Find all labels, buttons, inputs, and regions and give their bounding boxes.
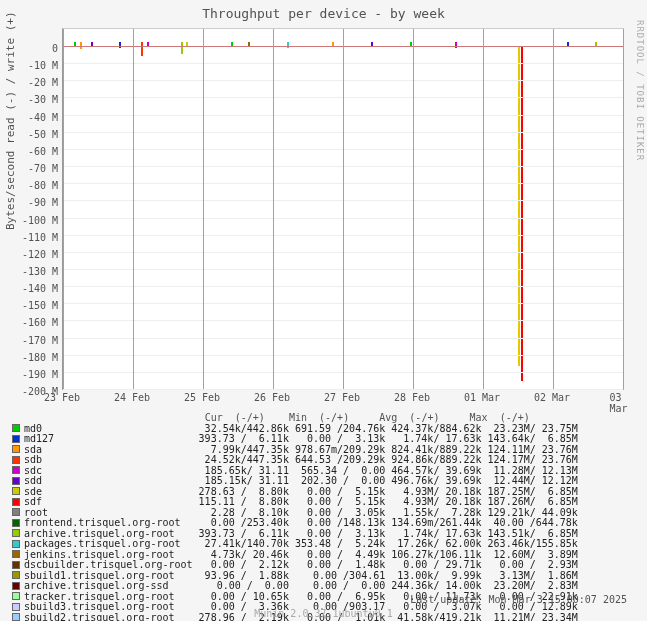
y-tick: -10 M bbox=[18, 60, 58, 71]
legend-swatch bbox=[12, 529, 20, 537]
y-tick: -30 M bbox=[18, 94, 58, 105]
legend-swatch bbox=[12, 435, 20, 443]
legend-row: sdc 185.65k/ 31.11 565.34 / 0.00 464.57k… bbox=[12, 465, 632, 476]
y-tick: -70 M bbox=[18, 163, 58, 174]
y-tick: -40 M bbox=[18, 112, 58, 123]
legend-swatch bbox=[12, 508, 20, 516]
y-tick: -20 M bbox=[18, 77, 58, 88]
x-tick: 25 Feb bbox=[184, 392, 220, 403]
legend-text: jenkins.trisquel.org-root 4.73k/ 20.46k … bbox=[24, 549, 578, 560]
y-axis-label: Bytes/second read (-) / write (+) bbox=[4, 11, 17, 230]
legend-row: sda 7.99k/447.35k 978.67m/209.29k 824.41… bbox=[12, 444, 632, 455]
x-tick: 28 Feb bbox=[394, 392, 430, 403]
y-tick: -190 M bbox=[18, 369, 58, 380]
legend-text: root 2.28 / 8.10k 0.00 / 3.05k 1.55k/ 7.… bbox=[24, 507, 578, 518]
legend-text: md0 32.54k/442.86k 691.59 /204.76k 424.3… bbox=[24, 423, 578, 434]
legend-swatch bbox=[12, 592, 20, 600]
y-tick: -130 M bbox=[18, 266, 58, 277]
plot-area bbox=[62, 28, 624, 390]
legend-swatch bbox=[12, 477, 20, 485]
x-tick: 03 Mar bbox=[610, 392, 635, 414]
legend-swatch bbox=[12, 571, 20, 579]
x-tick: 27 Feb bbox=[324, 392, 360, 403]
y-tick: -60 M bbox=[18, 146, 58, 157]
x-tick: 24 Feb bbox=[114, 392, 150, 403]
legend-row: sdf 115.11 / 8.80k 0.00 / 5.15k 4.93M/ 2… bbox=[12, 497, 632, 508]
legend-row: sbuild1.trisquel.org-root 93.96 / 1.88k … bbox=[12, 570, 632, 581]
legend-row: jenkins.trisquel.org-root 4.73k/ 20.46k … bbox=[12, 549, 632, 560]
legend-swatch bbox=[12, 582, 20, 590]
y-tick: -150 M bbox=[18, 300, 58, 311]
y-tick: -100 M bbox=[18, 215, 58, 226]
y-tick: -90 M bbox=[18, 197, 58, 208]
legend-text: archive.trisquel.org-ssd 0.00 / 0.00 0.0… bbox=[24, 580, 578, 591]
spike-sde bbox=[518, 46, 520, 366]
legend-text: sdc 185.65k/ 31.11 565.34 / 0.00 464.57k… bbox=[24, 465, 578, 476]
legend-text: sde 278.63 / 8.80k 0.00 / 5.15k 4.93M/ 2… bbox=[24, 486, 578, 497]
last-update: Last update: Mon Mar 3 15:00:07 2025 bbox=[410, 594, 627, 605]
x-tick: 01 Mar bbox=[464, 392, 500, 403]
y-tick: -110 M bbox=[18, 232, 58, 243]
y-tick: -170 M bbox=[18, 335, 58, 346]
legend-row: root 2.28 / 8.10k 0.00 / 3.05k 1.55k/ 7.… bbox=[12, 507, 632, 518]
legend-text: frontend.trisquel.org-root 0.00 /253.40k… bbox=[24, 517, 578, 528]
legend-text: sdf 115.11 / 8.80k 0.00 / 5.15k 4.93M/ 2… bbox=[24, 496, 578, 507]
legend-row: archive.trisquel.org-root 393.73 / 6.11k… bbox=[12, 528, 632, 539]
x-tick: 26 Feb bbox=[254, 392, 290, 403]
legend-swatch bbox=[12, 445, 20, 453]
legend-row: sde 278.63 / 8.80k 0.00 / 5.15k 4.93M/ 2… bbox=[12, 486, 632, 497]
y-tick: -80 M bbox=[18, 180, 58, 191]
x-tick: 23 Feb bbox=[44, 392, 80, 403]
y-tick: -140 M bbox=[18, 283, 58, 294]
y-tick: 0 bbox=[18, 43, 58, 54]
legend-text: dscbuilder.trisquel.org-root 0.00 / 2.12… bbox=[24, 559, 578, 570]
legend-swatch bbox=[12, 487, 20, 495]
y-tick: -50 M bbox=[18, 129, 58, 140]
legend-swatch bbox=[12, 456, 20, 464]
legend-text: archive.trisquel.org-root 393.73 / 6.11k… bbox=[24, 528, 578, 539]
legend-row: sdb 24.52k/447.35k 644.53 /209.29k 924.8… bbox=[12, 455, 632, 466]
legend-row: md127 393.73 / 6.11k 0.00 / 3.13k 1.74k/… bbox=[12, 434, 632, 445]
x-tick: 02 Mar bbox=[534, 392, 570, 403]
y-tick: -120 M bbox=[18, 249, 58, 260]
legend-text: md127 393.73 / 6.11k 0.00 / 3.13k 1.74k/… bbox=[24, 433, 578, 444]
legend-text: sda 7.99k/447.35k 978.67m/209.29k 824.41… bbox=[24, 444, 578, 455]
legend-swatch bbox=[12, 466, 20, 474]
legend-swatch bbox=[12, 550, 20, 558]
legend-row: dscbuilder.trisquel.org-root 0.00 / 2.12… bbox=[12, 560, 632, 571]
legend-row: sdd 185.15k/ 31.11 202.30 / 0.00 496.76k… bbox=[12, 476, 632, 487]
legend-header: Cur (-/+) Min (-/+) Avg (-/+) Max (-/+) bbox=[12, 412, 632, 423]
legend-swatch bbox=[12, 561, 20, 569]
legend-text: sdb 24.52k/447.35k 644.53 /209.29k 924.8… bbox=[24, 454, 578, 465]
legend-row: frontend.trisquel.org-root 0.00 /253.40k… bbox=[12, 518, 632, 529]
legend-row: md0 32.54k/442.86k 691.59 /204.76k 424.3… bbox=[12, 423, 632, 434]
legend-row: archive.trisquel.org-ssd 0.00 / 0.00 0.0… bbox=[12, 581, 632, 592]
legend-text: packages.trisquel.org-root 27.41k/140.70… bbox=[24, 538, 578, 549]
y-tick: -180 M bbox=[18, 352, 58, 363]
legend-row: packages.trisquel.org-root 27.41k/140.70… bbox=[12, 539, 632, 550]
legend-text: sdd 185.15k/ 31.11 202.30 / 0.00 496.76k… bbox=[24, 475, 578, 486]
legend-swatch bbox=[12, 540, 20, 548]
rrdtool-label: RRDTOOL / TOBI OETIKER bbox=[635, 20, 645, 161]
spike-sdf bbox=[521, 46, 523, 381]
legend-text: sbuild1.trisquel.org-root 93.96 / 1.88k … bbox=[24, 570, 578, 581]
legend-swatch bbox=[12, 519, 20, 527]
chart-title: Throughput per device - by week bbox=[0, 0, 647, 21]
y-tick: -160 M bbox=[18, 317, 58, 328]
legend-swatch bbox=[12, 424, 20, 432]
footer-version: Munin 2.0.37-1ubuntu0.1 bbox=[0, 608, 647, 619]
legend: Cur (-/+) Min (-/+) Avg (-/+) Max (-/+) … bbox=[12, 412, 632, 621]
legend-swatch bbox=[12, 498, 20, 506]
